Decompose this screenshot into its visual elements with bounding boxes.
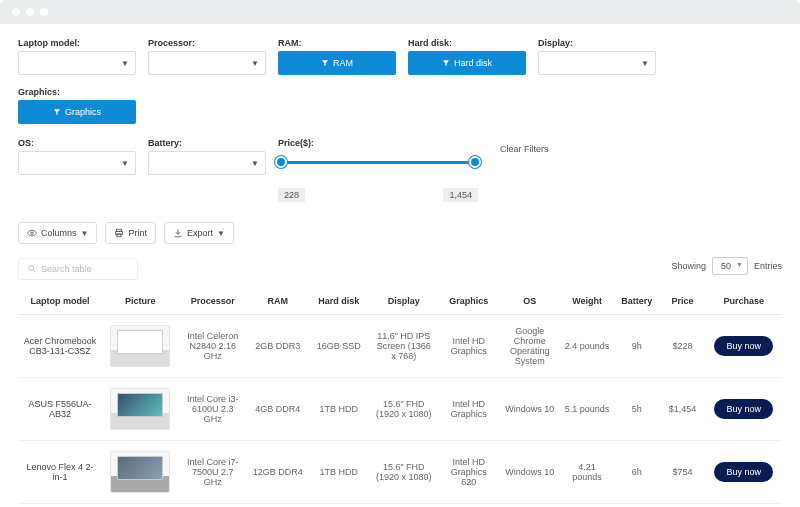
cell-graphics: Intel HD Graphics 620 xyxy=(438,441,499,504)
filter-label: Display: xyxy=(538,38,656,48)
cell-price: $228 xyxy=(660,315,706,378)
chevron-down-icon: ▼ xyxy=(121,159,129,168)
column-header[interactable]: Processor xyxy=(178,288,247,315)
filter-select[interactable]: ▼ xyxy=(148,51,266,75)
buy-now-button[interactable]: Buy now xyxy=(714,336,773,356)
showing-label: Showing xyxy=(671,261,706,271)
clear-filters-link[interactable]: Clear Filters xyxy=(500,144,549,202)
cell-hdd: 16GB SSD xyxy=(308,315,369,378)
window-dot xyxy=(40,8,48,16)
filter-label: Battery: xyxy=(148,138,266,148)
laptop-table: Laptop modelPictureProcessorRAMHard disk… xyxy=(18,288,782,504)
window-titlebar xyxy=(0,0,800,24)
column-header[interactable]: Display xyxy=(369,288,438,315)
filter-label: RAM: xyxy=(278,38,396,48)
filter-button[interactable]: Graphics xyxy=(18,100,136,124)
search-input[interactable]: Search table xyxy=(18,258,138,280)
filter-label: Hard disk: xyxy=(408,38,526,48)
filter-button-label: Graphics xyxy=(65,107,101,117)
column-header[interactable]: Picture xyxy=(102,288,178,315)
column-header[interactable]: Weight xyxy=(560,288,613,315)
entries-control: Showing 50 Entries xyxy=(671,257,782,275)
slider-knob-min[interactable] xyxy=(275,156,287,168)
cell-display: 11.6" HD IPS Screen (1366 x 768) xyxy=(369,315,438,378)
buy-now-button[interactable]: Buy now xyxy=(714,462,773,482)
slider-knob-max[interactable] xyxy=(469,156,481,168)
cell-os: Windows 10 xyxy=(499,441,560,504)
table-toolbar: Columns ▼ Print Export ▼ xyxy=(18,222,782,244)
filter-r2-1: Battery:▼ xyxy=(148,138,266,202)
column-header[interactable]: Graphics xyxy=(438,288,499,315)
window-dot xyxy=(12,8,20,16)
chevron-down-icon: ▼ xyxy=(251,59,259,68)
cell-model: ASUS F556UA-AB32 xyxy=(18,378,102,441)
cell-os: Windows 10 xyxy=(499,378,560,441)
price-max-label: 1,454 xyxy=(443,188,478,202)
laptop-thumbnail xyxy=(110,325,170,367)
filter-r1-3: Hard disk:Hard disk xyxy=(408,38,526,75)
filter-icon xyxy=(321,59,329,67)
filter-r1-5: Graphics:Graphics xyxy=(18,87,136,124)
cell-weight: 5.1 pounds xyxy=(560,378,613,441)
filter-button[interactable]: Hard disk xyxy=(408,51,526,75)
table-body: Acer Chromebook CB3-131-C3SZIntel Celero… xyxy=(18,315,782,504)
filter-icon xyxy=(442,59,450,67)
column-header[interactable]: Laptop model xyxy=(18,288,102,315)
cell-graphics: Intel HD Graphics xyxy=(438,315,499,378)
filter-select[interactable]: ▼ xyxy=(18,151,136,175)
buy-now-button[interactable]: Buy now xyxy=(714,399,773,419)
column-header[interactable]: RAM xyxy=(247,288,308,315)
filter-label: Graphics: xyxy=(18,87,136,97)
svg-point-4 xyxy=(29,266,34,271)
column-header[interactable]: Price xyxy=(660,288,706,315)
cell-processor: Intel Core i7-7500U 2.7 GHz xyxy=(178,441,247,504)
column-header[interactable]: Battery xyxy=(614,288,660,315)
chevron-down-icon: ▼ xyxy=(81,229,89,238)
window-dot xyxy=(26,8,34,16)
cell-hdd: 1TB HDD xyxy=(308,441,369,504)
filter-r1-2: RAM:RAM xyxy=(278,38,396,75)
filter-button-label: Hard disk xyxy=(454,58,492,68)
table-row: Lenovo Flex 4 2-in-1Intel Core i7-7500U … xyxy=(18,441,782,504)
cell-purchase: Buy now xyxy=(705,441,782,504)
filter-select[interactable]: ▼ xyxy=(148,151,266,175)
filter-icon xyxy=(53,108,61,116)
filter-select[interactable]: ▼ xyxy=(538,51,656,75)
filter-select[interactable]: ▼ xyxy=(18,51,136,75)
cell-battery: 6h xyxy=(614,441,660,504)
column-header[interactable]: OS xyxy=(499,288,560,315)
cell-os: Google Chrome Operating System xyxy=(499,315,560,378)
cell-graphics: Intel HD Graphics xyxy=(438,378,499,441)
laptop-thumbnail xyxy=(110,388,170,430)
cell-processor: Intel Celeron N2840 2.16 GHz xyxy=(178,315,247,378)
cell-model: Lenovo Flex 4 2-in-1 xyxy=(18,441,102,504)
cell-purchase: Buy now xyxy=(705,378,782,441)
filter-label: Processor: xyxy=(148,38,266,48)
column-header[interactable]: Purchase xyxy=(705,288,782,315)
cell-purchase: Buy now xyxy=(705,315,782,378)
columns-button[interactable]: Columns ▼ xyxy=(18,222,97,244)
cell-ram: 12GB DDR4 xyxy=(247,441,308,504)
chevron-down-icon: ▼ xyxy=(217,229,225,238)
page-size-select[interactable]: 50 xyxy=(712,257,748,275)
filter-row-2: OS:▼Battery:▼ Price($): 228 1,454 Clear … xyxy=(18,138,782,202)
cell-weight: 2.4 pounds xyxy=(560,315,613,378)
svg-point-0 xyxy=(31,232,34,235)
export-button[interactable]: Export ▼ xyxy=(164,222,234,244)
laptop-thumbnail xyxy=(110,451,170,493)
chevron-down-icon: ▼ xyxy=(641,59,649,68)
cell-ram: 2GB DDR3 xyxy=(247,315,308,378)
cell-picture xyxy=(102,315,178,378)
filter-r1-1: Processor:▼ xyxy=(148,38,266,75)
entries-label: Entries xyxy=(754,261,782,271)
print-button[interactable]: Print xyxy=(105,222,156,244)
cell-model: Acer Chromebook CB3-131-C3SZ xyxy=(18,315,102,378)
filter-r1-0: Laptop model:▼ xyxy=(18,38,136,75)
filter-button[interactable]: RAM xyxy=(278,51,396,75)
export-label: Export xyxy=(187,228,213,238)
cell-price: $754 xyxy=(660,441,706,504)
column-header[interactable]: Hard disk xyxy=(308,288,369,315)
cell-picture xyxy=(102,441,178,504)
filter-row-1: Laptop model:▼Processor:▼RAM:RAMHard dis… xyxy=(18,38,782,124)
price-slider[interactable] xyxy=(278,151,478,175)
